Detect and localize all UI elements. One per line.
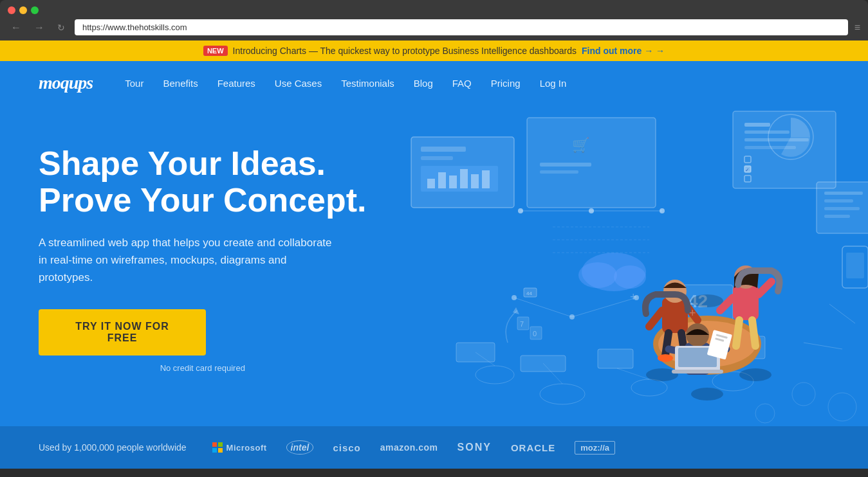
svg-rect-12 xyxy=(540,163,591,166)
nav-link-use-cases[interactable]: Use Cases xyxy=(275,78,322,89)
nav-link-faq[interactable]: FAQ xyxy=(452,78,472,89)
microsoft-text: Microsoft xyxy=(226,443,267,453)
close-button[interactable] xyxy=(8,6,15,14)
minimize-button[interactable] xyxy=(19,6,27,14)
svg-point-58 xyxy=(792,382,815,406)
nav-link-benefits[interactable]: Benefits xyxy=(163,78,198,89)
browser-toolbar: ← → ↻ ≡ xyxy=(8,19,860,40)
svg-rect-47 xyxy=(598,349,633,368)
oracle-logo: ORACLE xyxy=(511,442,555,453)
maximize-button[interactable] xyxy=(31,6,39,14)
svg-rect-2 xyxy=(421,156,453,160)
svg-line-43 xyxy=(514,298,572,317)
address-bar[interactable] xyxy=(75,19,848,35)
nav-link-login[interactable]: Log In xyxy=(540,78,567,89)
cisco-logo: cisco xyxy=(333,442,360,453)
browser-chrome: ← → ↻ ≡ xyxy=(0,0,868,40)
svg-text:+: + xyxy=(689,307,696,320)
nav-link-pricing[interactable]: Pricing xyxy=(491,78,521,89)
svg-rect-13 xyxy=(540,170,578,174)
back-button[interactable]: ← xyxy=(8,21,24,35)
window-controls xyxy=(8,6,860,14)
svg-rect-19 xyxy=(744,130,790,134)
svg-line-83 xyxy=(736,320,739,346)
forward-button[interactable]: → xyxy=(31,21,48,35)
svg-rect-9 xyxy=(482,170,490,188)
announcement-text: Introducing Charts — The quickest way to… xyxy=(233,46,577,56)
cta-button[interactable]: TRY IT NOW FOR FREE xyxy=(39,309,206,356)
nav-link-tour[interactable]: Tour xyxy=(125,78,143,89)
svg-line-82 xyxy=(759,282,771,294)
nav-link-blog[interactable]: Blog xyxy=(414,78,433,89)
svg-point-16 xyxy=(614,266,646,289)
hero-illustration: 🛒 ✓ xyxy=(392,105,868,426)
svg-rect-8 xyxy=(471,174,479,188)
svg-rect-7 xyxy=(460,169,468,188)
svg-rect-79 xyxy=(733,285,759,320)
hero-subtitle: A streamlined web app that helps you cre… xyxy=(39,234,335,287)
svg-point-50 xyxy=(540,384,585,404)
microsoft-grid-icon xyxy=(212,442,223,453)
svg-rect-4 xyxy=(427,179,435,188)
svg-line-44 xyxy=(572,298,636,317)
sony-logo: SONY xyxy=(457,442,492,453)
svg-rect-1 xyxy=(421,147,466,152)
svg-point-70 xyxy=(691,294,723,307)
browser-menu-button[interactable]: ≡ xyxy=(854,22,860,33)
announcement-bar: NEW Introducing Charts — The quickest wa… xyxy=(0,40,868,61)
svg-point-77 xyxy=(658,354,673,362)
svg-line-84 xyxy=(752,320,755,346)
svg-text:0: 0 xyxy=(533,330,537,338)
svg-point-69 xyxy=(691,388,723,401)
svg-rect-5 xyxy=(438,172,446,188)
mozilla-logo: moz://a xyxy=(575,441,615,455)
svg-line-56 xyxy=(829,304,855,323)
bottom-bar: Used by 1,000,000 people worldwide Micro… xyxy=(0,426,868,469)
svg-text:🛒: 🛒 xyxy=(572,136,590,154)
no-cc-text: No credit card required xyxy=(39,363,367,373)
svg-line-55 xyxy=(617,368,649,379)
svg-text:44: 44 xyxy=(526,291,532,296)
refresh-button[interactable]: ↻ xyxy=(54,21,68,34)
find-out-link[interactable]: Find out more → xyxy=(582,46,665,56)
used-by-text: Used by 1,000,000 people worldwide xyxy=(39,442,187,453)
svg-rect-30 xyxy=(824,215,850,218)
logo[interactable]: moqups xyxy=(39,73,93,93)
nav-link-features[interactable]: Features xyxy=(217,78,255,89)
company-logos: Microsoft intel cisco amazon.com SONY OR… xyxy=(212,440,615,455)
svg-point-49 xyxy=(476,366,514,384)
hero-text: Shape Your Ideas. Prove Your Concept. A … xyxy=(39,145,367,374)
svg-point-51 xyxy=(631,379,667,396)
svg-point-68 xyxy=(739,368,771,381)
new-badge: NEW xyxy=(203,46,228,56)
hero-section: Shape Your Ideas. Prove Your Concept. A … xyxy=(0,105,868,426)
main-nav: moqups Tour Benefits Features Use Cases … xyxy=(0,61,868,105)
svg-rect-27 xyxy=(824,192,863,195)
svg-rect-32 xyxy=(846,253,864,278)
svg-text:✓: ✓ xyxy=(745,167,750,173)
svg-rect-29 xyxy=(824,207,860,210)
hero-title: Shape Your Ideas. Prove Your Concept. xyxy=(39,145,367,219)
svg-rect-6 xyxy=(449,176,457,188)
amazon-logo: amazon.com xyxy=(380,442,438,453)
svg-point-15 xyxy=(578,262,617,288)
microsoft-logo: Microsoft xyxy=(212,442,267,453)
svg-point-59 xyxy=(828,393,856,421)
nav-link-testimonials[interactable]: Testimonials xyxy=(341,78,394,89)
svg-rect-18 xyxy=(744,123,770,127)
svg-text:+: + xyxy=(630,291,637,303)
svg-line-73 xyxy=(649,310,662,327)
svg-line-57 xyxy=(804,343,842,349)
site-wrapper: NEW Introducing Charts — The quickest wa… xyxy=(0,40,868,469)
svg-rect-91 xyxy=(672,370,723,374)
svg-text:7: 7 xyxy=(520,320,524,328)
intel-logo: intel xyxy=(286,440,314,455)
svg-rect-28 xyxy=(824,199,853,203)
svg-point-60 xyxy=(755,404,775,423)
